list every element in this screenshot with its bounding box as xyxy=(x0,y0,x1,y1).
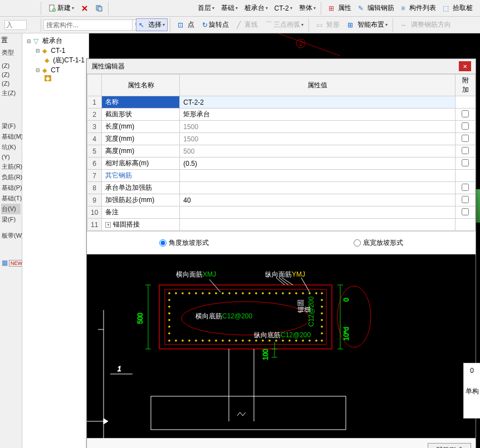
elemlist-button[interactable]: ≡ 构件列表 xyxy=(398,2,438,14)
left-item[interactable]: (Z) xyxy=(1,61,21,70)
svg-point-14 xyxy=(188,292,190,294)
adjust-tool[interactable]: ↔ 调整钢筋方向 xyxy=(398,18,454,31)
att-checkbox[interactable] xyxy=(462,159,469,166)
left-item[interactable]: (Z) xyxy=(1,79,21,88)
left-item[interactable]: 梁(F) xyxy=(1,121,21,131)
att-checkbox[interactable] xyxy=(462,196,469,203)
dropdown-icon: ▾ xyxy=(72,6,74,11)
left-item[interactable]: 坑(K) xyxy=(1,142,21,152)
new-button[interactable]: 新建 ▾ xyxy=(46,2,77,14)
svg-point-16 xyxy=(202,292,204,294)
att-checkbox[interactable] xyxy=(462,135,469,142)
table-row[interactable]: 5高度(mm)500 xyxy=(87,145,476,157)
left-item[interactable]: 基础(T) xyxy=(1,193,21,204)
svg-point-58 xyxy=(321,339,323,342)
left-item[interactable]: (Z) xyxy=(1,70,21,79)
svg-point-46 xyxy=(242,339,244,342)
nav-ct[interactable]: CT-2▾ xyxy=(272,3,295,14)
att-checkbox[interactable] xyxy=(462,147,469,154)
table-row[interactable]: 1名称CT-2-2 xyxy=(87,96,476,109)
svg-point-67 xyxy=(321,312,323,314)
tree-ct2[interactable]: ⊟◆ CT xyxy=(25,66,86,75)
table-row[interactable]: 7其它钢筋 xyxy=(87,170,476,182)
small-input[interactable] xyxy=(4,20,27,30)
point-tool[interactable]: ⊡ 点 xyxy=(175,18,197,31)
svg-point-34 xyxy=(321,292,323,294)
nav-basic[interactable]: 基础▾ xyxy=(218,2,241,14)
table-row[interactable]: 3长度(mm)1500 xyxy=(87,121,476,133)
table-row[interactable]: 9加强筋起步(mm)40 xyxy=(87,194,476,206)
line-tool[interactable]: ╱ 直线 xyxy=(234,18,261,31)
table-row[interactable]: 4宽度(mm)1500 xyxy=(87,133,476,145)
col-att: 附加 xyxy=(455,75,476,96)
svg-point-44 xyxy=(228,339,231,342)
svg-text:500: 500 xyxy=(136,313,144,324)
table-row[interactable]: 10备注 xyxy=(87,206,476,219)
tree-root[interactable]: ⊟▽ 桩承台 xyxy=(25,36,86,46)
svg-point-65 xyxy=(321,299,323,301)
copy-icon xyxy=(95,4,103,12)
svg-point-59 xyxy=(168,299,170,301)
att-checkbox[interactable] xyxy=(462,208,469,215)
smart-tool[interactable]: ⊞ 智能布置▾ xyxy=(345,18,390,31)
radio-width[interactable]: 底宽放坡形式 xyxy=(354,238,403,248)
new-label: 新建 xyxy=(57,3,71,13)
table-row[interactable]: 6相对底标高(m)(0.5) xyxy=(87,157,476,170)
left-item[interactable]: 主筋(R) xyxy=(1,161,21,172)
left-item-selected[interactable]: 台(V) xyxy=(1,204,21,214)
svg-line-4 xyxy=(278,33,340,56)
left-item[interactable]: 基础(P) xyxy=(1,183,21,193)
svg-point-69 xyxy=(321,326,323,328)
svg-point-15 xyxy=(195,292,197,294)
att-checkbox[interactable] xyxy=(462,110,469,117)
svg-point-50 xyxy=(268,339,271,342)
rebar-form-button[interactable]: 配筋形式 xyxy=(428,443,471,448)
left-item[interactable]: 基础(M) xyxy=(1,131,21,142)
tree-ct1-child[interactable]: ◆ (底)CT-1-1 xyxy=(25,55,86,66)
editrebar-button[interactable]: ✎ 编辑钢筋 xyxy=(355,2,397,14)
delete-button[interactable] xyxy=(78,3,91,14)
copy-button[interactable] xyxy=(92,3,106,14)
left-item-new[interactable]: ▦NEW xyxy=(1,258,21,268)
select-tool[interactable]: ↖ 选择▾ xyxy=(136,18,168,31)
svg-text:2: 2 xyxy=(299,40,303,47)
svg-point-30 xyxy=(295,292,297,294)
rotatepoint-tool[interactable]: ↻旋转点 xyxy=(199,18,232,31)
nav-pile[interactable]: 桩承台▾ xyxy=(242,2,271,14)
table-row[interactable]: 11+锚固搭接 xyxy=(87,219,476,231)
arc-tool[interactable]: ⌒三点画弧▾ xyxy=(263,18,306,31)
left-category-panel: 置 类型 (Z) (Z) (Z) 主(Z) 梁(F) 基础(M) 坑(K) (Y… xyxy=(0,33,22,448)
left-item[interactable]: 梁(F) xyxy=(1,214,21,225)
svg-point-64 xyxy=(168,332,170,334)
radio-angle[interactable]: 角度放坡形式 xyxy=(159,238,209,248)
left-item[interactable]: 板带(W) xyxy=(1,230,21,241)
svg-point-45 xyxy=(235,339,237,342)
left-item[interactable]: (Y) xyxy=(1,152,21,161)
rect-tool[interactable]: ▭ 矩形 xyxy=(314,18,342,31)
table-row[interactable]: 2截面形状矩形承台 xyxy=(87,109,476,121)
table-row[interactable]: 8承台单边加强筋 xyxy=(87,182,476,194)
svg-point-33 xyxy=(315,292,317,294)
tree-ct1[interactable]: ⊟◆ CT-1 xyxy=(25,46,86,55)
left-item[interactable]: 负筋(R) xyxy=(1,172,21,183)
tree-ct2-child[interactable]: ◆ xyxy=(25,75,86,82)
search-input[interactable] xyxy=(43,19,133,31)
svg-point-70 xyxy=(321,332,323,334)
svg-text:100: 100 xyxy=(262,349,270,360)
nav-floor[interactable]: 首层▾ xyxy=(195,2,217,14)
svg-point-57 xyxy=(315,339,317,342)
props-button[interactable]: ⊞ 属性 xyxy=(326,2,354,14)
svg-point-55 xyxy=(302,339,304,342)
att-checkbox[interactable] xyxy=(462,184,469,191)
pickpile-button[interactable]: ⬚ 拾取桩 xyxy=(440,2,476,14)
svg-point-21 xyxy=(235,292,237,294)
left-item[interactable]: 主(Z) xyxy=(1,88,21,99)
left-heading: 置 xyxy=(1,36,21,45)
svg-text:0: 0 xyxy=(342,298,350,302)
svg-rect-100 xyxy=(151,396,346,430)
nav-whole[interactable]: 整体▾ xyxy=(296,2,319,14)
dialog-close-button[interactable]: ✕ xyxy=(459,61,471,71)
svg-point-62 xyxy=(168,319,170,321)
svg-point-17 xyxy=(208,292,210,294)
att-checkbox[interactable] xyxy=(462,122,469,130)
